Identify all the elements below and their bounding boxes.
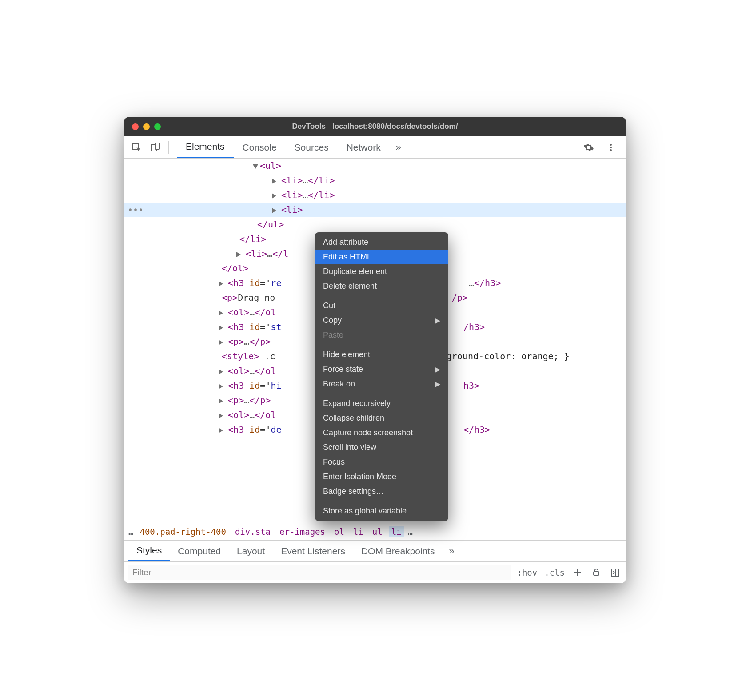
- context-menu-item[interactable]: Break on▶: [315, 377, 448, 391]
- context-menu-item[interactable]: Focus: [315, 455, 448, 469]
- context-menu-label: Break on: [323, 379, 355, 389]
- rendering-emulations-icon[interactable]: [589, 565, 604, 580]
- context-menu-label: Add attribute: [323, 238, 368, 247]
- context-menu-label: Store as global variable: [323, 506, 407, 516]
- subtab-dom-breakpoints[interactable]: DOM Breakpoints: [353, 541, 443, 561]
- dom-node-line[interactable]: </ul>: [124, 217, 626, 232]
- expand-triangle-icon[interactable]: [219, 413, 223, 418]
- context-menu-item: Paste: [315, 328, 448, 342]
- subtabs-overflow-icon[interactable]: »: [443, 545, 461, 557]
- context-menu-label: Expand recursively: [323, 399, 391, 408]
- separator: [168, 141, 169, 154]
- context-menu-item[interactable]: Force state▶: [315, 362, 448, 377]
- styles-filter-input[interactable]: [128, 565, 511, 580]
- expand-triangle-icon[interactable]: [219, 340, 223, 345]
- context-menu-item[interactable]: Scroll into view: [315, 440, 448, 455]
- dom-node-line[interactable]: <li>…</li>: [124, 188, 626, 203]
- kebab-menu-icon[interactable]: [603, 139, 619, 155]
- context-menu-separator: [315, 394, 448, 394]
- context-menu-item[interactable]: Expand recursively: [315, 396, 448, 411]
- titlebar: DevTools - localhost:8080/docs/devtools/…: [124, 117, 626, 136]
- context-menu-item[interactable]: Copy▶: [315, 313, 448, 328]
- context-menu-label: Capture node screenshot: [323, 428, 413, 438]
- dom-node-line[interactable]: <ul>: [124, 159, 626, 173]
- expand-triangle-icon[interactable]: [219, 325, 223, 330]
- breadcrumb-overflow-left[interactable]: …: [128, 527, 133, 537]
- expand-triangle-icon[interactable]: [253, 164, 258, 169]
- context-menu-separator: [315, 345, 448, 345]
- breadcrumb-item[interactable]: ol: [331, 526, 347, 537]
- breadcrumb-item-selected[interactable]: li: [389, 526, 404, 537]
- devtools-window: DevTools - localhost:8080/docs/devtools/…: [124, 117, 626, 583]
- traffic-lights: [132, 123, 161, 130]
- breadcrumb-item[interactable]: li: [351, 526, 366, 537]
- context-menu-item[interactable]: Edit as HTML: [315, 250, 448, 264]
- tab-console[interactable]: Console: [234, 136, 286, 158]
- context-menu-item[interactable]: Enter Isolation Mode: [315, 469, 448, 484]
- expand-triangle-icon[interactable]: [236, 252, 241, 257]
- new-style-rule-icon[interactable]: [570, 565, 585, 580]
- dom-node-line[interactable]: <li>…</li>: [124, 173, 626, 188]
- breadcrumb-bar: … 400.pad-right-400 div.sta er-images ol…: [124, 523, 626, 541]
- chevron-right-icon: ▶: [435, 316, 440, 325]
- styles-filter-bar: :hov .cls: [124, 562, 626, 583]
- close-button[interactable]: [132, 123, 139, 130]
- device-toolbar-icon[interactable]: [147, 139, 163, 155]
- expand-triangle-icon[interactable]: [272, 208, 276, 213]
- tab-elements[interactable]: Elements: [177, 136, 234, 158]
- subtab-styles[interactable]: Styles: [128, 541, 170, 561]
- hov-toggle[interactable]: :hov: [515, 568, 539, 577]
- expand-triangle-icon[interactable]: [219, 428, 223, 433]
- context-menu-label: Force state: [323, 365, 363, 374]
- context-menu-label: Copy: [323, 316, 342, 325]
- expand-triangle-icon[interactable]: [219, 281, 223, 286]
- context-menu-item[interactable]: Hide element: [315, 347, 448, 362]
- context-menu-item[interactable]: Collapse children: [315, 411, 448, 426]
- context-menu-item[interactable]: Badge settings…: [315, 484, 448, 499]
- inspect-element-icon[interactable]: [128, 139, 144, 155]
- tab-sources[interactable]: Sources: [286, 136, 338, 158]
- context-menu-item[interactable]: Capture node screenshot: [315, 426, 448, 440]
- context-menu-separator: [315, 296, 448, 296]
- chevron-right-icon: ▶: [435, 380, 440, 388]
- subtab-event-listeners[interactable]: Event Listeners: [273, 541, 353, 561]
- settings-gear-icon[interactable]: [581, 139, 597, 155]
- breadcrumb-item[interactable]: div.sta: [232, 526, 273, 537]
- window-title: DevTools - localhost:8080/docs/devtools/…: [124, 122, 626, 131]
- breadcrumb-item[interactable]: ul: [370, 526, 385, 537]
- tabs-overflow-icon[interactable]: »: [390, 136, 407, 158]
- expand-triangle-icon[interactable]: [219, 398, 223, 404]
- context-menu-label: Edit as HTML: [323, 252, 371, 262]
- context-menu-label: Scroll into view: [323, 443, 376, 452]
- breadcrumb-item[interactable]: 400.pad-right-400: [137, 526, 228, 537]
- context-menu-label: Enter Isolation Mode: [323, 472, 396, 481]
- cls-toggle[interactable]: .cls: [543, 568, 566, 577]
- expand-triangle-icon[interactable]: [219, 310, 223, 316]
- expand-triangle-icon[interactable]: [272, 193, 276, 199]
- main-tabs: Elements Console Sources Network »: [177, 136, 407, 158]
- computed-panel-toggle-icon[interactable]: [607, 565, 622, 580]
- context-menu-item[interactable]: Delete element: [315, 279, 448, 294]
- minimize-button[interactable]: [143, 123, 150, 130]
- breadcrumb-overflow-right[interactable]: …: [408, 527, 413, 537]
- svg-point-4: [610, 147, 612, 148]
- context-menu-separator: [315, 501, 448, 501]
- context-menu-label: Collapse children: [323, 414, 384, 423]
- subtab-layout[interactable]: Layout: [229, 541, 273, 561]
- context-menu-item[interactable]: Duplicate element: [315, 264, 448, 279]
- expand-triangle-icon[interactable]: [219, 369, 223, 374]
- context-menu-label: Cut: [323, 301, 335, 310]
- context-menu-item[interactable]: Add attribute: [315, 235, 448, 250]
- dom-node-line[interactable]: ••• <li>: [124, 203, 626, 217]
- tab-network[interactable]: Network: [338, 136, 390, 158]
- context-menu-item[interactable]: Cut: [315, 298, 448, 313]
- context-menu-item[interactable]: Store as global variable: [315, 504, 448, 518]
- expand-triangle-icon[interactable]: [219, 384, 223, 389]
- main-toolbar: Elements Console Sources Network »: [124, 136, 626, 159]
- zoom-button[interactable]: [154, 123, 161, 130]
- breadcrumb-item[interactable]: er-images: [277, 526, 328, 537]
- expand-triangle-icon[interactable]: [272, 179, 276, 184]
- subtab-computed[interactable]: Computed: [170, 541, 229, 561]
- context-menu-label: Paste: [323, 330, 343, 340]
- svg-rect-6: [594, 572, 599, 575]
